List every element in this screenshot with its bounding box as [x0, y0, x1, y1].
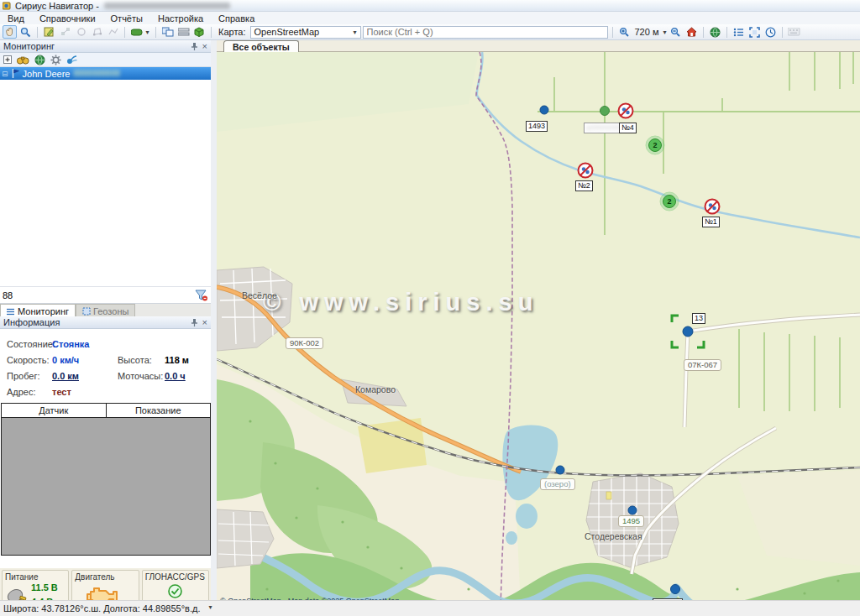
map-watermark: © www.sirius.su [263, 289, 538, 316]
map-label-n2: №2 [575, 180, 593, 191]
toolbar-separator [37, 27, 38, 38]
map-tab-bar: Все объекты [217, 40, 860, 52]
settings-gear-icon[interactable] [50, 55, 61, 65]
map-label-n4: №4 [619, 123, 637, 133]
mileage-value[interactable]: 0.0 км [52, 371, 79, 381]
marker-blue-1493[interactable] [540, 106, 548, 114]
add-node-icon [58, 25, 72, 39]
monitoring-panel-header: Мониторинг × [0, 40, 211, 53]
marker-blue-lake[interactable] [556, 466, 564, 474]
toolbar-separator [782, 27, 783, 38]
menu-spravochniki[interactable]: Справочники [32, 13, 103, 23]
marker-green-dot[interactable] [600, 107, 610, 116]
ruler-icon[interactable] [176, 25, 191, 39]
hours-value[interactable]: 0.0 ч [165, 371, 186, 381]
close-icon[interactable]: × [202, 318, 207, 326]
map-tab-all-objects[interactable]: Все объекты [223, 40, 299, 52]
cube-icon[interactable] [192, 25, 207, 39]
marker-blue-1495[interactable] [628, 506, 637, 514]
svg-text:2: 2 [653, 141, 657, 149]
tree-area[interactable] [0, 80, 211, 286]
road-label-90k002: 90К-002 [286, 337, 323, 349]
satellite-icon [168, 584, 182, 598]
flag-icon [12, 69, 19, 78]
marker-blue-terek[interactable] [671, 585, 680, 594]
filter-funnel-icon[interactable] [195, 290, 208, 301]
marker-cluster-a[interactable]: 2 [646, 136, 664, 154]
sensor-table-header: Датчик Показание [2, 404, 210, 418]
tree-item-label: John Deere [23, 69, 71, 79]
reading-column[interactable]: Показание [107, 404, 211, 417]
coordinates-readout: Широта: 43.78126°с.ш. Долгота: 44.89855°… [3, 603, 200, 613]
marker-alert-2[interactable] [579, 164, 593, 178]
map-provider-value: OpenStreetMap [254, 27, 320, 37]
list-icon [7, 308, 15, 316]
binoculars-icon[interactable] [17, 55, 29, 65]
tab-geozones-label: Геозоны [93, 306, 128, 316]
sensor-table: Датчик Показание [1, 403, 211, 556]
pin-icon[interactable] [191, 318, 198, 326]
statusbar-caret[interactable]: ▾ [208, 603, 212, 611]
status-bar: Широта: 43.78126°с.ш. Долгота: 44.89855°… [0, 600, 860, 616]
gps-title: ГЛОНАСС/GPS [145, 572, 206, 582]
height-value: 118 м [165, 355, 189, 365]
vehicle-menu-icon[interactable]: ▾ [129, 25, 151, 39]
tab-monitoring-label: Мониторинг [18, 306, 69, 316]
zoom-scale-caret[interactable]: ▾ [663, 29, 666, 36]
zoom-scale-value[interactable]: 720 м [633, 27, 661, 37]
pin-icon[interactable] [191, 42, 198, 50]
tracking-icon[interactable] [66, 55, 77, 65]
pan-hand-icon[interactable] [3, 25, 17, 39]
toolbar-separator [612, 27, 613, 38]
hours-label: Моточасы: [118, 371, 163, 381]
monitoring-panel: Мониторинг × ⊟ John Deere 8888888888 [0, 40, 212, 600]
menu-nastroyka[interactable]: Настройка [150, 13, 211, 23]
marker-alert-4[interactable] [619, 104, 633, 118]
map-provider-select[interactable]: OpenStreetMap ▾ [250, 26, 361, 39]
search-input[interactable] [363, 26, 608, 39]
expand-all-icon[interactable] [3, 55, 12, 64]
state-label: Состояние: [7, 339, 55, 349]
info-panel-header: Информация × [0, 316, 211, 329]
town-label-komarovo: Комарово [355, 384, 396, 394]
zoom-out-icon[interactable] [669, 25, 683, 39]
title-bar: Сириус Навигатор - [0, 0, 860, 12]
tree-item-vehicle[interactable]: ⊟ John Deere 8888888888 [0, 67, 211, 80]
marker-cluster-b[interactable]: 2 [660, 192, 679, 211]
engine-title: Двигатель [75, 572, 135, 582]
close-icon[interactable]: × [202, 42, 207, 50]
home-icon[interactable] [684, 25, 699, 39]
list-icon[interactable] [732, 25, 746, 39]
sensor-column[interactable]: Датчик [2, 404, 107, 417]
zoom-in-icon[interactable] [617, 25, 632, 39]
mileage-label: Пробег: [7, 371, 40, 381]
globe-icon[interactable] [708, 25, 722, 39]
marker-alert-1[interactable] [705, 200, 720, 214]
magnifier-icon[interactable] [18, 25, 33, 39]
keyboard-icon [787, 25, 801, 39]
menu-vid[interactable]: Вид [0, 13, 32, 23]
map-label-13: 13 [692, 313, 705, 324]
filter-input[interactable] [0, 290, 195, 300]
panels-icon[interactable] [160, 25, 175, 39]
power-voltage-1: 11.5 В [31, 582, 58, 593]
fit-extent-icon[interactable] [747, 25, 762, 39]
town-label-veseloe: Весёлое [242, 290, 277, 300]
monitoring-panel-title: Мониторинг [3, 41, 55, 51]
app-icon [3, 1, 12, 10]
geozone-icon [82, 307, 91, 316]
power-title: Питание [5, 572, 66, 582]
map-label-n1: №1 [702, 217, 720, 227]
menu-otchety[interactable]: Отчёты [103, 13, 150, 23]
road-label-07k067: 07К-067 [684, 359, 721, 371]
map-label-1493: 1493 [526, 121, 548, 132]
menu-spravka[interactable]: Справка [211, 13, 262, 23]
map-label-1495: 1495 [618, 515, 644, 527]
map-edit-icon[interactable] [42, 25, 56, 39]
clock-icon[interactable] [763, 25, 778, 39]
state-value: Стоянка [52, 339, 89, 349]
globe-icon[interactable] [34, 55, 45, 65]
monitoring-toolbar [0, 53, 211, 67]
toolbar-separator [155, 27, 156, 38]
map-canvas[interactable]: 2 2 © www.sirius.su 1493 1777777777 №4 № [217, 52, 860, 608]
